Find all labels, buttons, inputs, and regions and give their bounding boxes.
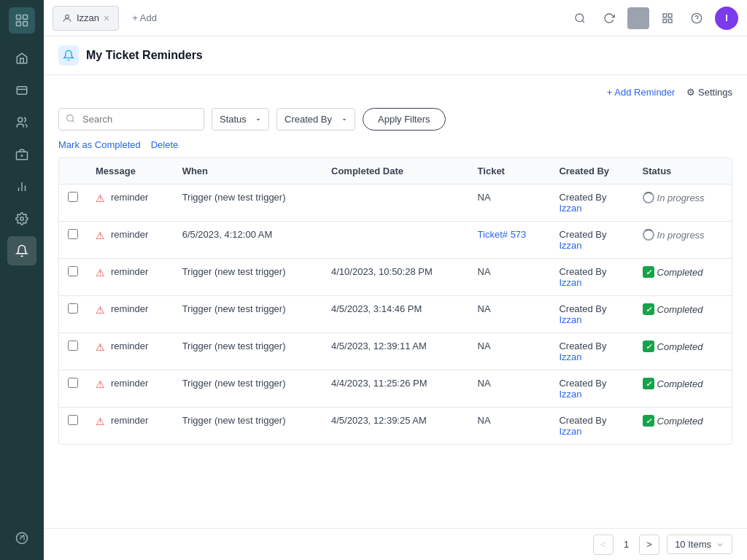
row-checkbox[interactable]	[68, 192, 78, 202]
check-icon: ✓	[643, 378, 654, 389]
row-ticket-cell: NA	[469, 184, 551, 222]
status-completed: ✓Completed	[643, 378, 723, 389]
sidebar-item-home[interactable]	[7, 44, 36, 73]
search-input[interactable]	[58, 108, 204, 131]
spinner-icon	[643, 229, 654, 241]
settings-button[interactable]: ⚙ Settings	[686, 87, 732, 98]
sidebar-item-zendesk[interactable]	[7, 524, 36, 553]
page-header-icon	[58, 45, 79, 66]
delete-button[interactable]: Delete	[151, 139, 179, 150]
creator-name: Izzan	[559, 203, 581, 214]
apply-filters-button[interactable]: Apply Filters	[363, 108, 446, 131]
created-by-content: Created ByIzzan	[559, 341, 624, 362]
created-by-filter[interactable]: Created By	[276, 108, 355, 131]
add-tab-button[interactable]: + Add	[125, 6, 164, 31]
svg-point-5	[18, 117, 23, 122]
current-tab[interactable]: Izzan ×	[53, 6, 119, 31]
created-by-content: Created ByIzzan	[559, 266, 624, 288]
created-by-content: Created ByIzzan	[559, 378, 624, 400]
next-page-button[interactable]: >	[639, 534, 659, 555]
topbar-square-button[interactable]	[627, 7, 649, 29]
row-checkbox-cell	[59, 259, 87, 296]
creator-name: Izzan	[559, 240, 581, 251]
created-by-content: Created ByIzzan	[559, 192, 624, 214]
row-completed-date-cell	[322, 184, 469, 222]
help-icon-button[interactable]	[686, 7, 708, 29]
row-checkbox-cell	[59, 370, 87, 408]
row-completed-date-cell	[322, 222, 469, 259]
row-created-by-cell: Created ByIzzan	[550, 333, 633, 370]
row-ticket-cell: NA	[469, 333, 551, 370]
status-text: Completed	[657, 416, 703, 427]
sidebar-item-settings[interactable]	[7, 204, 36, 233]
row-ticket-cell: NA	[469, 296, 551, 333]
row-completed-date-cell: 4/5/2023, 12:39:25 AM	[322, 408, 469, 445]
row-checkbox[interactable]	[68, 229, 78, 239]
row-message-cell: ⚠reminder	[87, 222, 174, 259]
mark-as-completed-button[interactable]: Mark as Completed	[58, 139, 141, 150]
row-created-by-cell: Created ByIzzan	[550, 184, 633, 222]
table-row: ⚠reminderTrigger (new test trigger)4/4/2…	[59, 370, 732, 408]
row-checkbox[interactable]	[68, 266, 78, 276]
items-per-page-selector[interactable]: 10 Items	[667, 534, 732, 554]
sidebar-item-notifications[interactable]	[7, 236, 36, 265]
message-cell-content: ⚠reminder	[96, 341, 165, 353]
row-ticket-cell[interactable]: Ticket# 573	[469, 222, 551, 259]
user-avatar[interactable]: I	[715, 7, 738, 30]
sidebar-item-org[interactable]	[7, 140, 36, 169]
row-checkbox[interactable]	[68, 378, 78, 388]
row-status-cell: ✓Completed	[634, 333, 732, 370]
row-when-cell: Trigger (new test trigger)	[174, 259, 322, 296]
sidebar-item-reports[interactable]	[7, 172, 36, 201]
row-message-cell: ⚠reminder	[87, 259, 174, 296]
table-row: ⚠reminderTrigger (new test trigger)4/10/…	[59, 259, 732, 296]
row-when-cell: Trigger (new test trigger)	[174, 408, 322, 445]
bulk-actions: Mark as Completed Delete	[58, 139, 732, 150]
status-text: Completed	[657, 341, 703, 352]
row-checkbox[interactable]	[68, 341, 78, 351]
row-completed-date-cell: 4/5/2023, 3:14:46 PM	[322, 296, 469, 333]
sidebar-bottom	[7, 524, 36, 553]
row-when-cell: Trigger (new test trigger)	[174, 333, 322, 370]
spinner-icon	[643, 192, 654, 203]
sidebar-item-customers[interactable]	[7, 108, 36, 137]
col-checkbox	[59, 158, 87, 184]
message-text: reminder	[111, 266, 148, 277]
table-row: ⚠reminderTrigger (new test trigger)NACre…	[59, 184, 732, 222]
svg-rect-3	[23, 22, 28, 26]
search-input-wrap	[58, 108, 204, 131]
status-filter[interactable]: Status	[212, 108, 269, 131]
topbar: Izzan × + Add I	[44, 0, 747, 36]
prev-page-button[interactable]: <	[593, 534, 614, 555]
refresh-icon-button[interactable]	[598, 7, 620, 29]
row-created-by-cell: Created ByIzzan	[550, 370, 633, 408]
row-checkbox[interactable]	[68, 303, 78, 314]
row-created-by-cell: Created ByIzzan	[550, 222, 633, 259]
col-completed-date: Completed Date	[322, 158, 469, 184]
ticket-link[interactable]: Ticket# 573	[478, 229, 527, 240]
message-cell-content: ⚠reminder	[96, 229, 165, 241]
row-checkbox[interactable]	[68, 415, 78, 425]
grid-icon-button[interactable]	[657, 7, 678, 29]
search-icon-button[interactable]	[569, 7, 591, 29]
status-text: Completed	[657, 267, 703, 278]
page-title: My Ticket Reminders	[86, 49, 203, 62]
row-created-by-cell: Created ByIzzan	[550, 408, 633, 445]
creator-label: Created By	[559, 229, 606, 240]
app-logo[interactable]	[9, 7, 35, 34]
svg-line-23	[72, 120, 74, 122]
content-area: + Add Reminder ⚙ Settings Status Created…	[44, 75, 747, 528]
table-row: ⚠reminderTrigger (new test trigger)4/5/2…	[59, 408, 732, 445]
message-cell-content: ⚠reminder	[96, 303, 165, 316]
error-icon: ⚠	[96, 267, 105, 279]
filters-row: Status Created By Apply Filters	[58, 108, 732, 131]
chevron-down-icon	[716, 540, 724, 549]
add-reminder-button[interactable]: + Add Reminder	[607, 87, 676, 98]
row-when-cell: Trigger (new test trigger)	[174, 184, 322, 222]
tab-close-button[interactable]: ×	[104, 13, 109, 23]
status-completed: ✓Completed	[643, 341, 723, 352]
sidebar-item-tickets[interactable]	[7, 76, 36, 105]
row-status-cell: In progress	[634, 184, 732, 222]
creator-name: Izzan	[559, 426, 581, 437]
svg-point-22	[67, 114, 74, 121]
